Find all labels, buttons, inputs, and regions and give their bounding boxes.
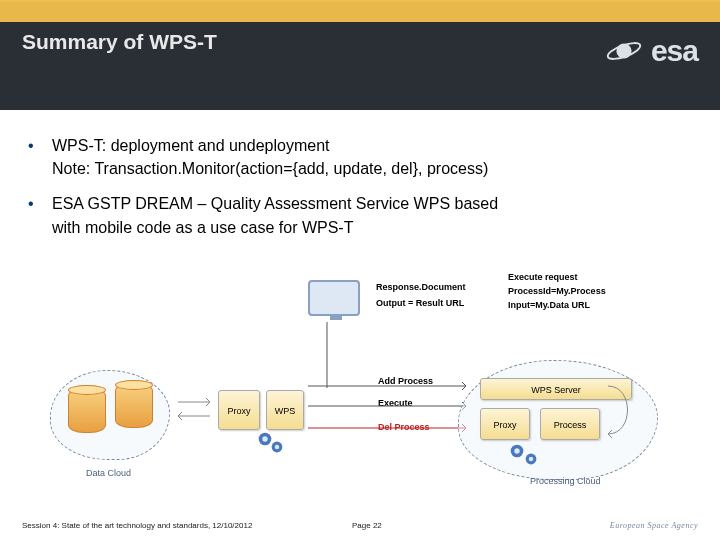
label-process-id: ProcessId=My.Process bbox=[508, 286, 606, 296]
page-title: Summary of WPS-T bbox=[22, 30, 217, 54]
cylinder-icon bbox=[68, 388, 106, 433]
esa-logo-text: esa bbox=[651, 34, 698, 68]
loop-arrow-icon bbox=[606, 382, 638, 440]
bullet-item: • WPS-T: deployment and undeployment Not… bbox=[28, 134, 692, 180]
footer-session: Session 4: State of the art technology a… bbox=[22, 521, 352, 530]
svg-point-13 bbox=[529, 457, 534, 462]
svg-point-5 bbox=[275, 445, 280, 450]
footer-agency: European Space Agency bbox=[472, 521, 698, 530]
wps-box: WPS bbox=[266, 390, 304, 430]
footer: Session 4: State of the art technology a… bbox=[22, 521, 698, 530]
header-gold-strip bbox=[0, 2, 720, 22]
process-box: Process bbox=[540, 408, 600, 440]
footer-page: Page 22 bbox=[352, 521, 472, 530]
label-input: Input=My.Data URL bbox=[508, 300, 590, 310]
proxy-box: Proxy bbox=[218, 390, 260, 430]
cylinder-icon bbox=[115, 383, 153, 428]
bullet-2-line2: with mobile code as a use case for WPS-T bbox=[52, 219, 353, 236]
bullet-1-line1: WPS-T: deployment and undeployment bbox=[52, 137, 329, 154]
proxy-box-2: Proxy bbox=[480, 408, 530, 440]
label-execute-request: Execute request bbox=[508, 272, 578, 282]
svg-point-11 bbox=[514, 448, 519, 453]
arrow-down-icon bbox=[326, 322, 328, 388]
diagram: Response.Document Output = Result URL Ex… bbox=[60, 280, 660, 490]
label-data-cloud: Data Cloud bbox=[86, 468, 131, 478]
gear-icon bbox=[522, 450, 540, 468]
screen-icon bbox=[308, 280, 360, 316]
svg-point-3 bbox=[262, 436, 267, 441]
arrows-icon bbox=[308, 380, 468, 434]
double-arrow-icon bbox=[176, 394, 216, 424]
label-processing-cloud: Processing Cloud bbox=[530, 476, 601, 486]
content: • WPS-T: deployment and undeployment Not… bbox=[0, 110, 720, 239]
bullet-body: WPS-T: deployment and undeployment Note:… bbox=[52, 134, 692, 180]
bullet-1-line2: Note: Transaction.Monitor(action={add, u… bbox=[52, 160, 488, 177]
header-bar: Summary of WPS-T esa bbox=[0, 0, 720, 110]
bullet-dot: • bbox=[28, 192, 42, 238]
bullet-body: ESA GSTP DREAM – Quality Assessment Serv… bbox=[52, 192, 692, 238]
bullet-dot: • bbox=[28, 134, 42, 180]
label-output: Output = Result URL bbox=[376, 298, 464, 308]
gear-icon bbox=[268, 438, 286, 456]
bullet-item: • ESA GSTP DREAM – Quality Assessment Se… bbox=[28, 192, 692, 238]
esa-orbit-icon bbox=[605, 32, 643, 70]
esa-logo: esa bbox=[605, 32, 698, 70]
label-response-document: Response.Document bbox=[376, 282, 466, 292]
bullet-2-line1: ESA GSTP DREAM – Quality Assessment Serv… bbox=[52, 195, 498, 212]
